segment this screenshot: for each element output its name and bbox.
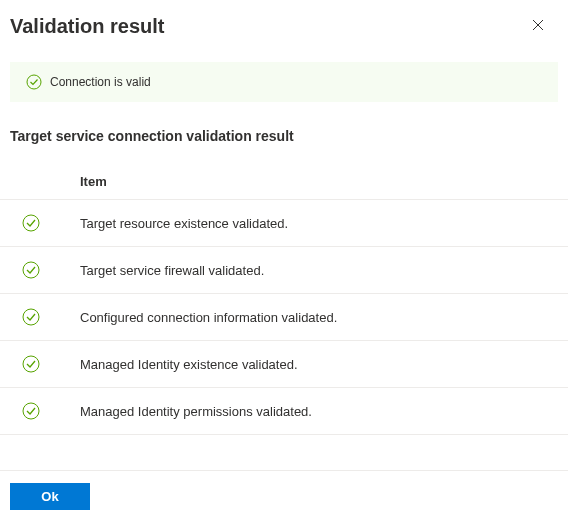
success-check-icon: [26, 74, 42, 90]
ok-button[interactable]: Ok: [10, 483, 90, 510]
row-item-text: Managed Identity permissions validated.: [80, 402, 558, 420]
success-check-icon: [22, 355, 40, 373]
table-header-row: Item: [0, 164, 568, 200]
row-item-text: Managed Identity existence validated.: [80, 355, 558, 373]
svg-point-3: [23, 309, 39, 325]
row-status: [10, 214, 80, 232]
table-row: Managed Identity existence validated.: [0, 341, 568, 388]
row-item-text: Target service firewall validated.: [80, 261, 558, 279]
close-icon: [532, 18, 544, 34]
svg-point-2: [23, 262, 39, 278]
status-banner: Connection is valid: [10, 62, 558, 102]
dialog-footer: Ok: [0, 470, 568, 522]
table-header-item: Item: [80, 174, 558, 189]
success-check-icon: [22, 261, 40, 279]
table-row: Managed Identity permissions validated.: [0, 388, 568, 435]
row-status: [10, 355, 80, 373]
success-check-icon: [22, 214, 40, 232]
dialog-header: Validation result: [0, 0, 568, 52]
table-row: Configured connection information valida…: [0, 294, 568, 341]
table-header-status: [10, 174, 80, 189]
banner-message: Connection is valid: [50, 75, 151, 89]
success-check-icon: [22, 402, 40, 420]
svg-point-4: [23, 356, 39, 372]
close-button[interactable]: [526, 14, 550, 38]
svg-point-5: [23, 403, 39, 419]
svg-point-1: [23, 215, 39, 231]
validation-table: Item Target resource existence validated…: [0, 164, 568, 435]
svg-point-0: [27, 75, 41, 89]
row-status: [10, 402, 80, 420]
row-status: [10, 261, 80, 279]
row-item-text: Configured connection information valida…: [80, 308, 558, 326]
table-row: Target resource existence validated.: [0, 200, 568, 247]
row-status: [10, 308, 80, 326]
success-check-icon: [22, 308, 40, 326]
table-row: Target service firewall validated.: [0, 247, 568, 294]
row-item-text: Target resource existence validated.: [80, 214, 558, 232]
dialog-title: Validation result: [10, 15, 164, 38]
table-body: Target resource existence validated. Tar…: [0, 200, 568, 435]
section-title: Target service connection validation res…: [0, 122, 568, 164]
